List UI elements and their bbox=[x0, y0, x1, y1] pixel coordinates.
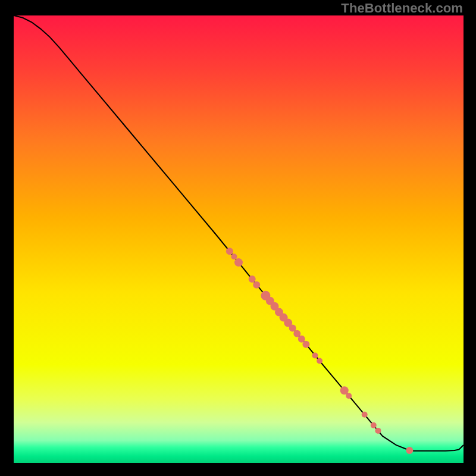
marker-point bbox=[226, 248, 233, 255]
plot-area bbox=[14, 15, 464, 463]
marker-point bbox=[371, 422, 377, 428]
watermark-text: TheBottleneck.com bbox=[341, 1, 463, 16]
marker-point bbox=[302, 341, 309, 348]
chart-frame: TheBottleneck.com bbox=[0, 0, 476, 476]
marker-point bbox=[234, 258, 243, 267]
marker-point bbox=[312, 353, 318, 359]
marker-point bbox=[346, 393, 352, 399]
marker-point bbox=[249, 275, 256, 283]
marker-point bbox=[375, 428, 381, 434]
marker-point bbox=[231, 253, 237, 259]
marker-point bbox=[317, 358, 322, 364]
marker-point bbox=[253, 281, 260, 289]
chart-svg bbox=[14, 15, 464, 463]
marker-point bbox=[406, 447, 413, 454]
gradient-background bbox=[14, 15, 464, 463]
marker-point bbox=[362, 412, 368, 418]
